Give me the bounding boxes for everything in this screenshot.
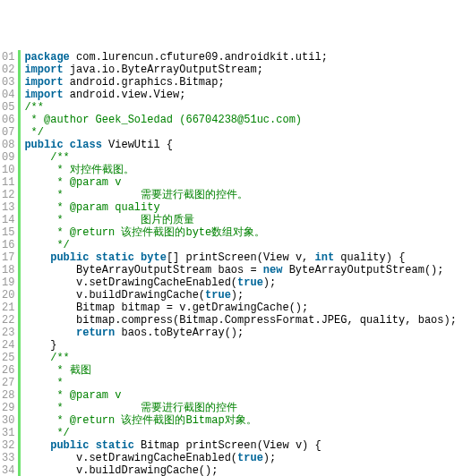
token-plain: } <box>24 339 56 352</box>
token-bool: true <box>237 452 263 464</box>
token-kw: byte <box>141 251 167 264</box>
token-plain: v.buildDrawingCache(); <box>24 464 218 476</box>
token-com: * @param v <box>50 176 121 189</box>
line-number: 18 <box>2 264 14 276</box>
token-plain <box>24 226 50 239</box>
code-line: * 图片的质量 <box>24 214 459 226</box>
code-line: Bitmap bitmap = v.getDrawingCache(); <box>24 302 459 314</box>
line-number: 27 <box>2 377 14 389</box>
code-line: * 需要进行截图的控件 <box>24 402 459 414</box>
code-line: public static byte[] printScreen(View v,… <box>24 251 459 264</box>
token-com: /** <box>50 352 70 364</box>
line-number: 23 <box>2 327 14 339</box>
line-number: 15 <box>2 226 14 239</box>
token-plain: android.view.View; <box>64 89 186 101</box>
line-number: 31 <box>2 427 14 439</box>
token-kw: class <box>70 139 102 151</box>
line-number: 17 <box>2 251 14 264</box>
code-line: return baos.toByteArray(); <box>24 327 459 339</box>
token-plain <box>24 364 50 377</box>
token-plain: ViewUtil { <box>102 139 173 151</box>
token-kw: public <box>24 139 63 151</box>
code-line: /** <box>24 151 459 164</box>
code-line: * 需要进行截图的控件。 <box>24 189 459 201</box>
line-number: 20 <box>2 289 14 302</box>
code-line: import java.io.ByteArrayOutputStream; <box>24 64 459 76</box>
token-com: * @param v <box>50 389 121 402</box>
line-number: 02 <box>2 64 14 76</box>
token-com: * 需要进行截图的控件。 <box>50 189 248 201</box>
line-number: 11 <box>2 176 14 189</box>
code-line: } <box>24 339 459 352</box>
token-com: */ <box>24 126 44 139</box>
code-line: v.setDrawingCacheEnabled(true); <box>24 452 459 464</box>
code-line: * @param v <box>24 389 459 402</box>
token-plain <box>24 352 50 364</box>
line-number: 01 <box>2 51 14 64</box>
code-line: /** <box>24 101 459 114</box>
code-line: public static Bitmap printScreen(View v)… <box>24 439 459 452</box>
token-com: * 截图 <box>50 364 91 377</box>
token-plain: v.buildDrawingCache( <box>24 289 205 302</box>
code-line: * @return 该控件截图的Bitmap对象。 <box>24 414 459 427</box>
code-line: v.buildDrawingCache(); <box>24 464 459 476</box>
code-area[interactable]: package com.lurencun.cfuture09.androidki… <box>21 50 463 476</box>
line-number: 33 <box>2 452 14 464</box>
token-plain: Bitmap printScreen(View v) { <box>134 439 322 452</box>
token-com: /** <box>24 101 44 114</box>
token-plain <box>24 439 50 452</box>
line-number: 25 <box>2 352 14 364</box>
token-com: */ <box>50 239 70 251</box>
token-plain <box>24 414 50 427</box>
code-line: package com.lurencun.cfuture09.androidki… <box>24 51 459 64</box>
line-number: 09 <box>2 151 14 164</box>
line-number: 16 <box>2 239 14 251</box>
line-number: 24 <box>2 339 14 352</box>
token-plain: Bitmap bitmap = v.getDrawingCache(); <box>24 302 308 314</box>
code-line: * @return 该控件截图的byte数组对象。 <box>24 226 459 239</box>
token-plain: baos.toByteArray(); <box>115 327 244 339</box>
token-plain <box>24 164 50 176</box>
token-plain <box>24 389 50 402</box>
code-line: import android.graphics.Bitmap; <box>24 76 459 89</box>
token-com: * 对控件截图。 <box>50 164 134 176</box>
token-plain: com.lurencun.cfuture09.androidkit.util; <box>70 51 328 64</box>
token-plain: android.graphics.Bitmap; <box>64 76 225 89</box>
token-bool: true <box>237 276 263 289</box>
line-number: 30 <box>2 414 14 427</box>
line-number: 26 <box>2 364 14 377</box>
token-plain: ); <box>231 289 244 302</box>
line-number: 28 <box>2 389 14 402</box>
token-plain <box>24 189 50 201</box>
code-line: ByteArrayOutputStream baos = new ByteArr… <box>24 264 459 276</box>
line-number-gutter: 0102030405060708091011121314151617181920… <box>0 50 21 476</box>
token-plain: ); <box>263 452 276 464</box>
token-plain: ); <box>263 276 276 289</box>
token-kw: import <box>24 76 63 89</box>
line-number: 34 <box>2 464 14 476</box>
token-kw: return <box>76 327 115 339</box>
token-kw: int <box>315 251 335 264</box>
token-kw: new <box>263 264 283 276</box>
line-number: 06 <box>2 114 14 126</box>
code-line: import android.view.View; <box>24 89 459 101</box>
token-kw: public <box>50 439 89 452</box>
token-plain: v.setDrawingCacheEnabled( <box>24 276 237 289</box>
token-plain <box>24 151 50 164</box>
token-com: * @return 该控件截图的byte数组对象。 <box>50 226 265 239</box>
line-number: 07 <box>2 126 14 139</box>
code-line: * <box>24 377 459 389</box>
line-number: 04 <box>2 89 14 101</box>
token-kw: import <box>24 64 63 76</box>
token-kw: static <box>96 439 134 452</box>
code-line: * @author Geek_Soledad (66704238@51uc.co… <box>24 114 459 126</box>
token-plain <box>134 251 141 264</box>
token-plain: java.io.ByteArrayOutputStream; <box>64 64 263 76</box>
token-plain <box>24 176 50 189</box>
line-number: 22 <box>2 314 14 327</box>
token-plain <box>24 327 76 339</box>
code-line: * 对控件截图。 <box>24 164 459 176</box>
code-line: */ <box>24 126 459 139</box>
token-plain <box>89 251 95 264</box>
token-com: * @param quality <box>50 201 159 214</box>
